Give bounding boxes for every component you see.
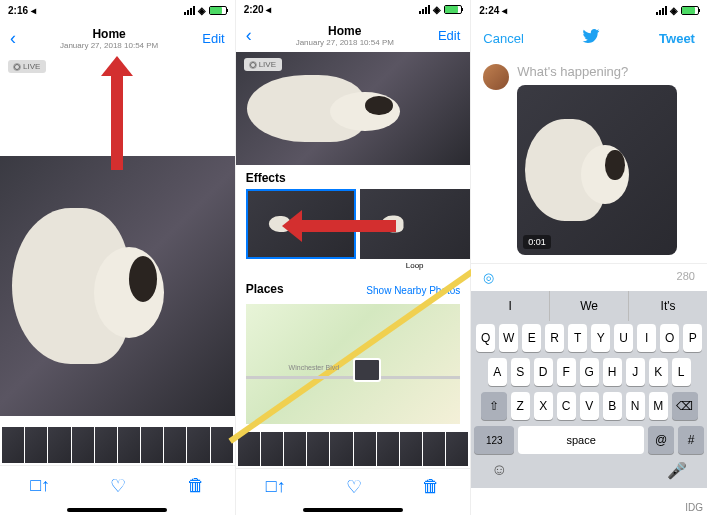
key-n[interactable]: N (626, 392, 645, 420)
status-bar: 2:24 ◂ ◈ (471, 0, 707, 20)
heart-icon[interactable]: ♡ (346, 476, 362, 498)
emoji-key[interactable]: ☺ (491, 461, 507, 480)
thumb[interactable] (261, 432, 283, 466)
key-c[interactable]: C (557, 392, 576, 420)
compose-input[interactable]: What's happening? (517, 64, 695, 79)
key-m[interactable]: M (649, 392, 668, 420)
status-bar: 2:16 ◂ ◈ (0, 0, 235, 20)
effects-title: Effects (246, 171, 461, 185)
live-icon (250, 62, 256, 68)
suggestion[interactable]: I (471, 291, 550, 321)
key-j[interactable]: J (626, 358, 645, 386)
avatar[interactable] (483, 64, 509, 90)
heart-icon[interactable]: ♡ (110, 475, 126, 497)
status-time: 2:24 ◂ (479, 5, 507, 16)
key-k[interactable]: K (649, 358, 668, 386)
key-y[interactable]: Y (591, 324, 610, 352)
status-indicators: ◈ (419, 4, 462, 15)
swipe-up-arrow-annotation (111, 70, 123, 170)
thumb[interactable] (354, 432, 376, 466)
thumb[interactable] (118, 427, 140, 463)
thumb[interactable] (48, 427, 70, 463)
key-g[interactable]: G (580, 358, 599, 386)
thumb[interactable] (2, 427, 24, 463)
thumb[interactable] (377, 432, 399, 466)
main-photo[interactable] (0, 156, 235, 416)
live-icon (14, 64, 20, 70)
map-photo-pin[interactable] (353, 358, 381, 382)
photo-toolbar: □↑ ♡ 🗑 (236, 468, 471, 506)
photo-scrubber[interactable] (236, 430, 471, 468)
home-indicator[interactable] (303, 508, 403, 512)
key-o[interactable]: O (660, 324, 679, 352)
key-u[interactable]: U (614, 324, 633, 352)
twitter-nav-bar: Cancel Tweet (471, 20, 707, 56)
edit-button[interactable]: Edit (202, 31, 224, 46)
key-f[interactable]: F (557, 358, 576, 386)
status-time: 2:16 ◂ (8, 5, 36, 16)
cancel-button[interactable]: Cancel (483, 31, 523, 46)
compose-area: What's happening? 0:01 (471, 56, 707, 263)
share-icon[interactable]: □↑ (266, 476, 286, 497)
key-l[interactable]: L (672, 358, 691, 386)
key-row-2: ASDFGHJKL (471, 355, 707, 389)
thumb[interactable] (164, 427, 186, 463)
suggestion[interactable]: We (550, 291, 629, 321)
thumb[interactable] (423, 432, 445, 466)
location-icon[interactable]: ◎ (483, 270, 494, 285)
nav-bar: ‹ Home January 27, 2018 10:54 PM Edit (0, 20, 235, 56)
key-s[interactable]: S (511, 358, 530, 386)
thumb[interactable] (72, 427, 94, 463)
thumb[interactable] (400, 432, 422, 466)
key-q[interactable]: Q (476, 324, 495, 352)
places-map[interactable]: Winchester Blvd (246, 304, 461, 424)
thumb[interactable] (95, 427, 117, 463)
keyboard: I We It's QWERTYUIOP ASDFGHJKL ⇧ ZXCVBNM… (471, 291, 707, 488)
key-t[interactable]: T (568, 324, 587, 352)
suggestion[interactable]: It's (629, 291, 707, 321)
numbers-key[interactable]: 123 (474, 426, 514, 454)
keyboard-bottom: ☺ 🎤 (471, 457, 707, 484)
key-w[interactable]: W (499, 324, 518, 352)
thumb[interactable] (187, 427, 209, 463)
nav-subtitle: January 27, 2018 10:54 PM (252, 38, 438, 47)
space-key[interactable]: space (518, 426, 644, 454)
key-z[interactable]: Z (511, 392, 530, 420)
key-e[interactable]: E (522, 324, 541, 352)
key-b[interactable]: B (603, 392, 622, 420)
photo-scrubber[interactable] (0, 425, 235, 465)
share-icon[interactable]: □↑ (30, 475, 50, 496)
thumb[interactable] (284, 432, 306, 466)
key-x[interactable]: X (534, 392, 553, 420)
twitter-logo-icon (582, 29, 600, 47)
trash-icon[interactable]: 🗑 (187, 475, 205, 496)
key-p[interactable]: P (683, 324, 702, 352)
thumb[interactable] (446, 432, 468, 466)
attached-video[interactable]: 0:01 (517, 85, 677, 255)
tweet-button[interactable]: Tweet (659, 31, 695, 46)
main-photo-small[interactable]: LIVE (236, 52, 471, 164)
nav-subtitle: January 27, 2018 10:54 PM (16, 41, 202, 50)
at-key[interactable]: @ (648, 426, 674, 454)
thumb[interactable] (211, 427, 233, 463)
edit-button[interactable]: Edit (438, 28, 460, 43)
hash-key[interactable]: # (678, 426, 704, 454)
places-title: Places (246, 282, 284, 296)
key-d[interactable]: D (534, 358, 553, 386)
thumb[interactable] (141, 427, 163, 463)
home-indicator[interactable] (67, 508, 167, 512)
key-r[interactable]: R (545, 324, 564, 352)
thumb[interactable] (330, 432, 352, 466)
key-v[interactable]: V (580, 392, 599, 420)
backspace-key[interactable]: ⌫ (672, 392, 698, 420)
key-a[interactable]: A (488, 358, 507, 386)
signal-icon (184, 6, 195, 15)
thumb[interactable] (307, 432, 329, 466)
shift-key[interactable]: ⇧ (481, 392, 507, 420)
status-indicators: ◈ (656, 5, 699, 16)
key-h[interactable]: H (603, 358, 622, 386)
thumb[interactable] (25, 427, 47, 463)
trash-icon[interactable]: 🗑 (422, 476, 440, 497)
key-i[interactable]: I (637, 324, 656, 352)
mic-key[interactable]: 🎤 (667, 461, 687, 480)
